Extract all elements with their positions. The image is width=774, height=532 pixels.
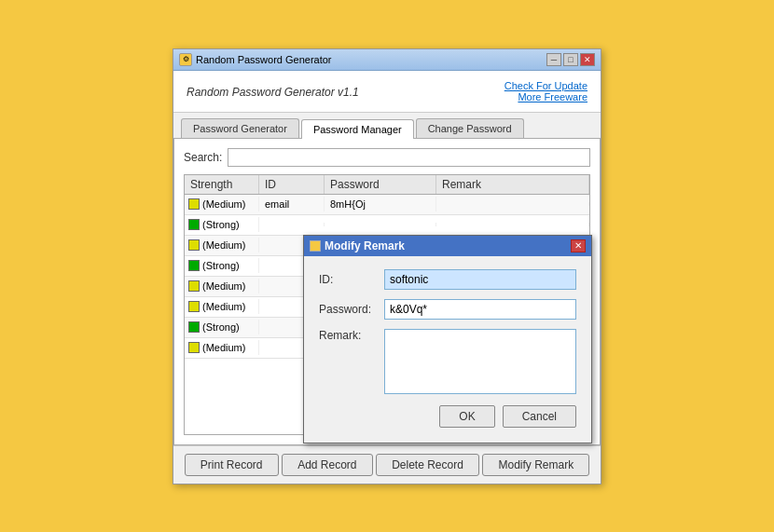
search-row: Search:: [184, 148, 590, 167]
modal-window: Modify Remark ✕ ID: Password: Remark:: [303, 235, 592, 443]
window-title: Random Password Generator: [196, 54, 332, 65]
delete-record-button[interactable]: Delete Record: [376, 454, 479, 476]
strength-cell: (Medium): [185, 299, 259, 314]
strength-label: (Strong): [202, 219, 240, 230]
strength-label: (Medium): [202, 342, 245, 353]
search-input[interactable]: [228, 148, 590, 167]
table-header: Strength ID Password Remark: [185, 175, 589, 195]
table-row[interactable]: (Medium) email 8mH{Oj: [185, 195, 589, 215]
col-header-password: Password: [325, 175, 436, 194]
tab-bar: Password Generator Password Manager Chan…: [173, 113, 601, 139]
password-cell: [325, 223, 436, 226]
remark-cell: [436, 223, 589, 226]
modal-ok-button[interactable]: OK: [439, 405, 494, 428]
print-record-button[interactable]: Print Record: [185, 454, 279, 476]
minimize-button[interactable]: ─: [546, 53, 561, 66]
maximize-button[interactable]: □: [563, 53, 578, 66]
strength-cell: (Medium): [185, 197, 259, 211]
col-header-id: ID: [259, 175, 325, 194]
app-header: Random Password Generator v1.1 Check For…: [173, 71, 601, 113]
modal-body: ID: Password: Remark: OK Cancel: [304, 256, 591, 443]
strength-cell: (Strong): [185, 320, 259, 334]
modal-remark-field: Remark:: [319, 329, 576, 394]
modal-password-field: Password:: [319, 299, 576, 320]
strength-icon: [188, 260, 200, 271]
close-button[interactable]: ✕: [580, 53, 595, 66]
window-controls: ─ □ ✕: [546, 53, 595, 66]
modal-buttons: OK Cancel: [319, 405, 576, 430]
strength-label: (Medium): [202, 280, 245, 292]
col-header-strength: Strength: [185, 175, 259, 194]
remark-cell: [436, 202, 589, 206]
modal-password-label: Password:: [319, 303, 384, 316]
check-update-link[interactable]: Check For Update: [504, 80, 587, 91]
modify-remark-modal: Modify Remark ✕ ID: Password: Remark:: [303, 235, 592, 443]
strength-label: (Medium): [202, 198, 245, 210]
tab-password-generator[interactable]: Password Generator: [181, 118, 299, 138]
strength-cell: (Strong): [185, 258, 259, 273]
col-header-remark: Remark: [436, 175, 589, 194]
strength-icon: [188, 301, 200, 312]
modal-title-left: Modify Remark: [310, 239, 405, 252]
modal-id-input[interactable]: [384, 269, 576, 290]
table-row[interactable]: (Strong): [185, 215, 589, 236]
id-cell: [259, 223, 325, 226]
modal-remark-textarea[interactable]: [384, 329, 576, 394]
strength-label: (Strong): [202, 321, 240, 333]
modal-close-button[interactable]: ✕: [571, 239, 586, 252]
strength-icon: [188, 342, 200, 353]
add-record-button[interactable]: Add Record: [282, 454, 372, 476]
title-bar-left: ⚙ Random Password Generator: [179, 53, 332, 66]
more-freeware-link[interactable]: More Freeware: [504, 91, 587, 102]
app-title: Random Password Generator v1.1: [187, 81, 359, 101]
modal-remark-label: Remark:: [319, 329, 384, 342]
title-bar: ⚙ Random Password Generator ─ □ ✕: [173, 49, 601, 71]
modal-title-bar: Modify Remark ✕: [304, 236, 591, 256]
modify-remark-button[interactable]: Modify Remark: [482, 454, 589, 476]
password-cell: 8mH{Oj: [325, 197, 436, 211]
strength-icon: [188, 239, 200, 251]
modal-title: Modify Remark: [325, 239, 405, 252]
search-label: Search:: [184, 151, 222, 164]
modal-password-input[interactable]: [384, 299, 576, 320]
strength-cell: (Medium): [185, 238, 259, 252]
modal-id-field: ID:: [319, 269, 576, 290]
modal-id-label: ID:: [319, 273, 384, 286]
strength-icon: [188, 219, 200, 230]
tab-password-manager[interactable]: Password Manager: [301, 119, 414, 139]
strength-label: (Strong): [202, 260, 240, 271]
header-links: Check For Update More Freeware: [504, 80, 587, 102]
app-icon: ⚙: [179, 53, 192, 66]
strength-cell: (Medium): [185, 279, 259, 293]
strength-label: (Medium): [202, 301, 245, 312]
tab-change-password[interactable]: Change Password: [416, 118, 524, 138]
strength-label: (Medium): [202, 239, 245, 251]
id-cell: email: [259, 197, 325, 211]
strength-icon: [188, 280, 200, 292]
strength-cell: (Medium): [185, 340, 259, 355]
modal-cancel-button[interactable]: Cancel: [503, 405, 576, 428]
strength-cell: (Strong): [185, 217, 259, 232]
modal-app-icon: [310, 240, 321, 252]
strength-icon: [188, 321, 200, 333]
bottom-toolbar: Print Record Add Record Delete Record Mo…: [173, 445, 601, 484]
strength-icon: [188, 198, 200, 210]
